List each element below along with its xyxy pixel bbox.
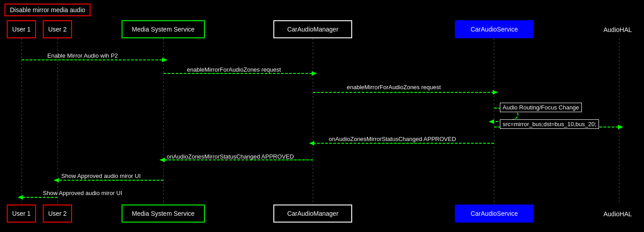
actor-user1-bot: User 1 [7, 205, 36, 223]
msg9-label: Show Approved audio miror UI [43, 190, 122, 196]
actor-cas-top: CarAudioService [455, 20, 534, 38]
actor-user1-top: User 1 [7, 20, 36, 38]
actor-hal-bot-label: AudioHAL [603, 210, 632, 218]
svg-marker-18 [159, 158, 165, 162]
actor-user2-bot: User 2 [43, 205, 72, 223]
svg-marker-12 [489, 119, 494, 124]
actor-cas-bot: CarAudioService [455, 205, 534, 223]
svg-marker-16 [309, 141, 314, 146]
svg-marker-22 [18, 195, 23, 200]
svg-marker-14 [618, 125, 623, 129]
actor-cam-top-label: CarAudioManager [287, 26, 339, 33]
title-label: Disable mirror media audio [10, 6, 85, 14]
msg1-label: Enable Mirror Audio wih P2 [47, 52, 118, 59]
actor-mss-top: Media System Service [122, 20, 205, 38]
actor-user1-bot-label: User 1 [12, 210, 31, 217]
actor-cam-top: CarAudioManager [273, 20, 352, 38]
actor-cam-bot-label: CarAudioManager [287, 210, 339, 217]
actor-cam-bot: CarAudioManager [273, 205, 352, 223]
msg4-label: Audio Routing/Focus Change [500, 103, 582, 112]
actor-mss-bot: Media System Service [122, 205, 205, 223]
title-box: Disable mirror media audio [5, 4, 91, 16]
svg-marker-11 [493, 90, 498, 95]
actor-cas-top-label: CarAudioService [471, 26, 518, 33]
svg-marker-7 [162, 58, 168, 62]
actor-user2-top-label: User 2 [48, 26, 67, 33]
msg5-label: src=mirror_bus;dst=bus_10,bus_20; [500, 119, 599, 129]
msg3-label: enableMirrorForAudioZones request [347, 84, 441, 91]
actor-user2-bot-label: User 2 [48, 210, 67, 217]
msg6-label: onAudioZonesMirrorStatusChanged APPROVED [329, 136, 456, 142]
actor-hal-top-label: AudioHAL [603, 26, 632, 33]
actor-mss-bot-label: Media System Service [132, 210, 195, 217]
actor-cas-bot-label: CarAudioService [471, 210, 518, 217]
actor-user2-top: User 2 [43, 20, 72, 38]
msg2-label: enableMirrorForAudioZones request [187, 66, 281, 73]
actor-mss-top-label: Media System Service [132, 26, 195, 33]
svg-marker-9 [312, 71, 317, 76]
msg8-label: Show Approved audio miror UI [61, 173, 141, 179]
msg7-label: onAudioZonesMirrorStatusChanged APPROVED [167, 153, 294, 160]
svg-marker-20 [54, 178, 59, 182]
diagram: Disable mirror media audio User 1 User 2… [0, 0, 644, 232]
actor-user1-top-label: User 1 [12, 26, 31, 33]
